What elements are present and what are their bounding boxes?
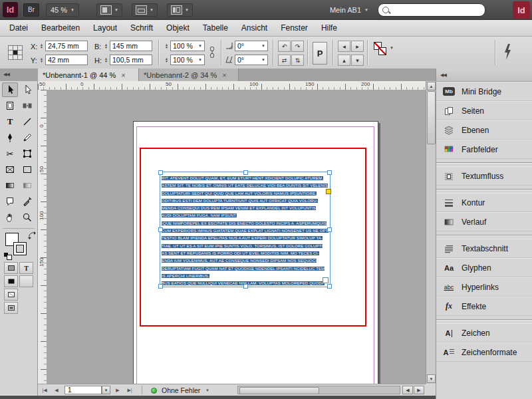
width-field[interactable]: 145 mm <box>110 41 152 51</box>
frame-handle-top-center[interactable] <box>243 170 248 175</box>
formatting-affects-container-button[interactable] <box>4 262 18 274</box>
search-input[interactable] <box>392 5 468 15</box>
hand-tool[interactable] <box>2 210 18 225</box>
screen-mode-dropdown[interactable]: ▼ <box>132 3 158 17</box>
panel-button-effekte[interactable]: fx Effekte <box>436 297 532 316</box>
rotate-cw-button[interactable]: ↷ <box>291 41 304 52</box>
menu-layout[interactable]: Layout <box>86 20 124 37</box>
workspace-switcher[interactable]: Mein AB1 ▼ <box>330 6 368 14</box>
eyedropper-tool[interactable] <box>19 194 35 209</box>
panel-button-hyperlinks[interactable]: abc Hyperlinks <box>436 277 532 297</box>
panel-button-seiten[interactable]: Seiten <box>436 101 532 120</box>
chevron-down-icon[interactable]: ▼ <box>198 44 202 48</box>
horizontal-scrollbar[interactable] <box>237 386 400 394</box>
scale-y-field[interactable]: 100 % ▼ <box>170 55 205 65</box>
panel-button-kontur[interactable]: Kontur <box>436 193 532 212</box>
next-page-button[interactable]: ▶ <box>112 386 123 394</box>
menu-datei[interactable]: Datei <box>3 20 35 37</box>
stroke-swatch[interactable] <box>13 242 27 255</box>
panel-button-zeichenformate[interactable]: A Zeichenformate <box>436 342 532 362</box>
panel-button-textabschnitt[interactable]: Textabschnitt <box>436 239 532 258</box>
frame-handle-middle-left[interactable] <box>158 227 163 232</box>
panel-button-verlauf[interactable]: Verlauf <box>436 212 532 231</box>
frame-handle-bottom-center[interactable] <box>243 284 248 289</box>
select-container-button[interactable]: ◂ <box>338 41 350 52</box>
chevron-down-icon[interactable]: ▼ <box>390 46 394 50</box>
vertical-ruler[interactable]: 0 50 100 150 <box>38 90 47 384</box>
document-viewport[interactable]: RIT, ATEVENT DOLUT QUAM, ET, EUM ETUR? H… <box>47 90 426 384</box>
chevron-down-icon[interactable]: ▼ <box>261 44 265 48</box>
x-spinner[interactable]: ▲▼ <box>39 41 45 51</box>
line-tool[interactable] <box>19 114 35 129</box>
chevron-down-icon[interactable]: ▼ <box>205 388 209 392</box>
scale-y-spinner[interactable]: ▲▼ <box>164 55 170 65</box>
frame-handle-bottom-right[interactable] <box>327 284 332 289</box>
menu-tabelle[interactable]: Tabelle <box>196 20 235 37</box>
frame-handle-top-right[interactable] <box>327 170 332 175</box>
note-tool[interactable] <box>2 194 18 209</box>
flip-vertical-button[interactable]: ⇅ <box>291 55 304 66</box>
formatting-affects-text-button[interactable]: T <box>19 262 33 274</box>
menu-hilfe[interactable]: Hilfe <box>315 20 344 37</box>
select-content-button[interactable]: ▸ <box>351 41 364 52</box>
constrain-proportions-icon[interactable] <box>208 45 216 60</box>
apply-color-button[interactable] <box>4 275 18 287</box>
panel-button-zeichen[interactable]: A Zeichen <box>436 323 532 342</box>
gradient-swatch-tool[interactable] <box>2 178 18 193</box>
free-transform-tool[interactable] <box>19 146 35 161</box>
rotate-ccw-button[interactable]: ↶ <box>278 41 291 52</box>
proxy-cell[interactable] <box>17 55 23 60</box>
first-page-button[interactable]: |◀ <box>39 386 50 394</box>
page-list-dropdown[interactable]: ▼ <box>102 386 110 394</box>
scroll-up-button[interactable]: ▲ <box>427 82 436 90</box>
menu-ansicht[interactable]: Ansicht <box>235 20 274 37</box>
scissors-tool[interactable]: ✂ <box>2 146 18 161</box>
menu-objekt[interactable]: Objekt <box>160 20 196 37</box>
scroll-right-button[interactable]: ▶ <box>414 386 424 394</box>
select-next-object-button[interactable]: ▾ <box>351 55 364 66</box>
selected-text-frame[interactable]: RIT, ATEVENT DOLUT QUAM, ET, EUM ETUR? H… <box>160 172 331 287</box>
gradient-feather-tool[interactable] <box>19 178 35 193</box>
vertical-scrollbar[interactable]: ▲ ▼ <box>426 81 436 384</box>
quick-apply-lightning-icon[interactable] <box>503 43 512 61</box>
horizontal-ruler[interactable]: 50 0 50 100 150 200 <box>38 81 426 90</box>
height-field[interactable]: 100,5 mm <box>110 55 152 65</box>
direct-selection-tool[interactable] <box>19 82 35 97</box>
tab-unbenannt-1[interactable]: *Unbenannt-1 @ 44 % × <box>38 68 139 81</box>
last-page-button[interactable]: ▶| <box>124 386 135 394</box>
pencil-tool[interactable] <box>19 130 35 145</box>
collapse-tools-panel-icon[interactable]: ◀◀ <box>3 72 9 77</box>
panel-button-ebenen[interactable]: Ebenen <box>436 120 532 140</box>
stroke-color-mini-swatch[interactable] <box>378 47 386 55</box>
close-icon[interactable]: × <box>222 71 226 79</box>
close-icon[interactable]: × <box>121 71 125 79</box>
selected-text[interactable]: RIT, ATEVENT DOLUT QUAM, ET, EUM ETUR? H… <box>162 174 329 287</box>
apply-none-button[interactable] <box>19 275 33 287</box>
frame-handle-top-left[interactable] <box>158 170 163 175</box>
x-position-field[interactable]: 24,75 mm <box>45 41 88 51</box>
view-options-dropdown[interactable]: ▼ <box>96 3 122 17</box>
page-number-field[interactable]: 1 <box>65 386 102 394</box>
page-tool[interactable] <box>2 98 18 113</box>
rectangle-tool[interactable] <box>19 162 35 177</box>
type-tool[interactable]: T <box>2 114 18 129</box>
frame-handle-middle-right[interactable] <box>327 227 332 232</box>
reference-point-proxy[interactable] <box>8 45 22 59</box>
pen-tool[interactable] <box>2 130 18 145</box>
normal-view-mode-button[interactable] <box>4 289 18 301</box>
height-spinner[interactable]: ▲▼ <box>103 55 109 65</box>
expand-panels-icon[interactable]: ◀◀ <box>440 72 446 78</box>
preview-mode-button[interactable] <box>4 302 18 314</box>
panel-button-farbfelder[interactable]: Farbfelder <box>436 140 532 159</box>
menu-bearbeiten[interactable]: Bearbeiten <box>35 20 86 37</box>
panel-button-textumfluss[interactable]: Textumfluss <box>436 166 532 186</box>
text-out-port[interactable] <box>323 277 329 283</box>
y-position-field[interactable]: 42 mm <box>45 55 88 65</box>
tab-unbenannt-2[interactable]: *Unbenannt-2 @ 34 % × <box>139 68 239 81</box>
gap-tool[interactable] <box>19 98 35 113</box>
scroll-left-button[interactable]: ◀ <box>402 386 413 394</box>
swap-fill-stroke-icon[interactable] <box>28 231 36 239</box>
frame-handle-bottom-left[interactable] <box>158 284 163 289</box>
rotation-angle-field[interactable]: 0° ▼ <box>235 41 268 51</box>
scroll-down-button[interactable]: ▼ <box>427 374 436 383</box>
